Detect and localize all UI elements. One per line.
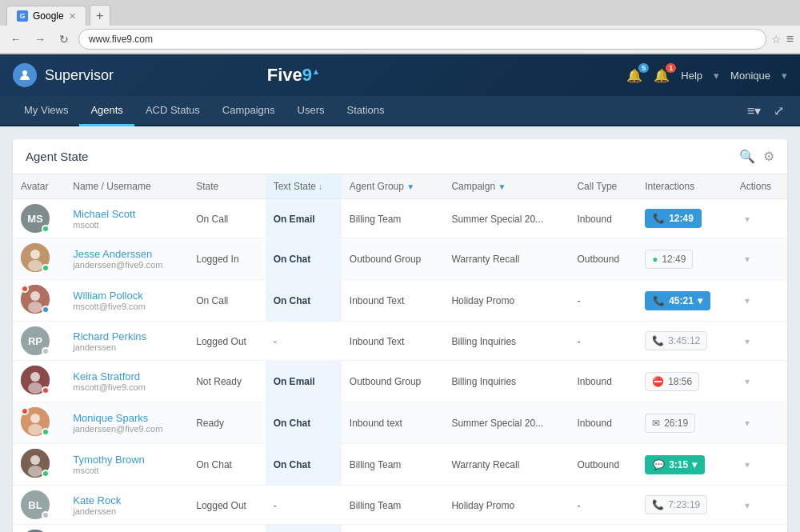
agent-state-cell: On Call [188, 199, 265, 238]
address-bar[interactable] [78, 29, 766, 50]
agent-name-link[interactable]: Richard Perkins [73, 330, 146, 342]
agent-name-cell: Monique Sparksjanderssen@five9.com [65, 402, 188, 444]
nav-item-my-views[interactable]: My Views [13, 96, 79, 126]
header-title: Supervisor [45, 67, 114, 84]
browser-toolbar: ← → ↻ ☆ ≡ [0, 26, 800, 54]
notification-bell-2[interactable]: 🔔 1 [654, 68, 670, 83]
actions-dropdown[interactable]: ▾ [740, 252, 754, 266]
interaction-timer: 📞 3:45:12 [645, 331, 707, 350]
table-row: BL Kate RockjanderssenLogged Out-Billing… [13, 486, 787, 525]
col-header-text_state[interactable]: Text State ↓ [266, 174, 342, 199]
campaign-text: Summer Special 20... [451, 418, 543, 429]
nav-item-campaigns[interactable]: Campaigns [211, 96, 286, 126]
nav-item-agents[interactable]: Agents [79, 96, 134, 126]
actions-dropdown[interactable]: ▾ [740, 294, 754, 308]
agent-group-text: Billing Team [350, 459, 401, 470]
search-icon[interactable]: 🔍 [739, 149, 755, 164]
actions-dropdown[interactable]: ▾ [740, 374, 754, 389]
filter-icon[interactable]: ▼ [406, 182, 414, 191]
actions-cell[interactable]: ▾ [732, 361, 787, 402]
user-menu-button[interactable]: Monique [730, 70, 770, 82]
actions-cell[interactable]: ▾ [732, 444, 787, 486]
call-type-cell: - [569, 486, 637, 525]
actions-cell[interactable]: ▾ [732, 486, 787, 525]
interaction-btn[interactable]: 📞 45:21 ▾ [645, 291, 710, 310]
interactions-cell[interactable]: 📞 45:21 ▾ [637, 280, 732, 322]
actions-cell[interactable]: ▾ [732, 199, 787, 238]
nav-filter-icon[interactable]: ≡▾ [744, 100, 764, 122]
agent-name-link[interactable]: Jesse Anderssen [73, 248, 152, 260]
interaction-timer: ⛔ 18:56 [645, 372, 699, 391]
agent-name-link[interactable]: Keira Stratford [73, 370, 140, 382]
notification-bell-1[interactable]: 🔔 5 [626, 68, 642, 83]
interactions-cell[interactable]: ✉ 26:19 [637, 402, 732, 444]
interactions-cell[interactable]: 📞 3:45:12 [637, 322, 732, 361]
chat-icon: 💬 [653, 459, 665, 470]
campaign-cell: Billing Inquiries [443, 361, 569, 402]
actions-dropdown[interactable]: ▾ [740, 334, 754, 349]
agent-state-cell: Ready [188, 402, 265, 444]
agent-username: mscott@five9.com [73, 302, 180, 311]
nav-item-acd-status[interactable]: ACD Status [134, 96, 211, 126]
interactions-cell[interactable]: 📞 7:23:19 [637, 486, 732, 525]
tab-close-button[interactable]: ✕ [69, 11, 76, 22]
browser-tab[interactable]: G Google ✕ [6, 6, 86, 26]
interactions-cell[interactable]: 📞 12:49 [637, 199, 732, 238]
refresh-button[interactable]: ↻ [54, 30, 74, 49]
menu-icon[interactable]: ≡ [786, 32, 794, 46]
bookmark-icon[interactable]: ☆ [771, 33, 782, 46]
agent-username: janderssen@five9.com [73, 260, 180, 270]
agent-state-text: Logged Out [196, 500, 246, 511]
interactions-cell[interactable]: ● 12:49 [637, 238, 732, 280]
agent-text-state-cell: On Social [266, 525, 342, 533]
help-button[interactable]: Help [681, 70, 702, 82]
actions-cell[interactable]: ▾ [732, 238, 787, 280]
agent-state-cell: On Call [188, 280, 265, 322]
actions-dropdown[interactable]: ▾ [740, 498, 754, 513]
actions-cell[interactable]: ▾ [732, 280, 787, 322]
agent-group-text: Inbound Text [350, 336, 405, 347]
agent-group-cell: Outbound Group [342, 238, 444, 280]
table-row: MS Michael ScottmscottOn CallOn EmailBil… [13, 199, 787, 238]
interaction-btn[interactable]: 📞 12:49 [645, 209, 702, 228]
nav-item-stations[interactable]: Stations [336, 96, 396, 126]
agent-name-cell: Jesse Anderssenjanderssen@five9.com [65, 238, 188, 280]
status-indicator [42, 511, 50, 519]
new-tab-button[interactable]: + [90, 5, 110, 26]
back-button[interactable]: ← [6, 30, 26, 49]
svg-point-0 [22, 70, 27, 75]
agent-group-text: Billing Team [350, 214, 401, 225]
stop-icon: ⛔ [652, 376, 664, 387]
nav-expand-icon[interactable]: ⤢ [770, 100, 787, 122]
interaction-btn[interactable]: 💬 3:15 ▾ [645, 455, 705, 474]
agent-name-link[interactable]: Tymothy Brown [73, 454, 145, 466]
col-header-campaign[interactable]: Campaign ▼ [443, 174, 569, 199]
actions-dropdown[interactable]: ▾ [740, 416, 754, 430]
interactions-cell[interactable]: ⛔ 3:12 [637, 525, 732, 533]
agent-group-cell: Inbound Text [342, 280, 444, 322]
actions-cell[interactable]: ▾ [732, 322, 787, 361]
filter-icon[interactable]: ▼ [498, 182, 506, 191]
interactions-cell[interactable]: ⛔ 18:56 [637, 361, 732, 402]
agent-name-link[interactable]: Michael Scott [73, 208, 135, 220]
table-row: William Pollockmscott@five9.comOn CallOn… [13, 280, 787, 322]
actions-cell[interactable]: ▾ [732, 525, 787, 533]
agent-name-link[interactable]: William Pollock [73, 290, 142, 302]
nav-item-users[interactable]: Users [286, 96, 336, 126]
agent-name-link[interactable]: Kate Rock [73, 494, 121, 506]
activity-dot [21, 407, 29, 415]
table-row: Tymothy BrownmscottOn ChatOn ChatBilling… [13, 444, 787, 486]
actions-dropdown[interactable]: ▾ [740, 458, 754, 472]
agent-name-link[interactable]: Monique Sparks [73, 412, 148, 424]
campaign-text: Holiday Promo [451, 500, 514, 511]
svg-point-3 [28, 260, 42, 271]
col-header-agent_group[interactable]: Agent Group ▼ [342, 174, 444, 199]
interactions-cell[interactable]: 💬 3:15 ▾ [637, 444, 732, 486]
actions-cell[interactable]: ▾ [732, 402, 787, 444]
agent-text-state-cell: On Chat [266, 444, 342, 486]
settings-icon[interactable]: ⚙ [763, 149, 774, 164]
col-header-actions: Actions [732, 174, 787, 199]
actions-dropdown[interactable]: ▾ [740, 212, 754, 226]
text-state-label: On Chat [274, 459, 311, 470]
forward-button[interactable]: → [30, 30, 50, 49]
